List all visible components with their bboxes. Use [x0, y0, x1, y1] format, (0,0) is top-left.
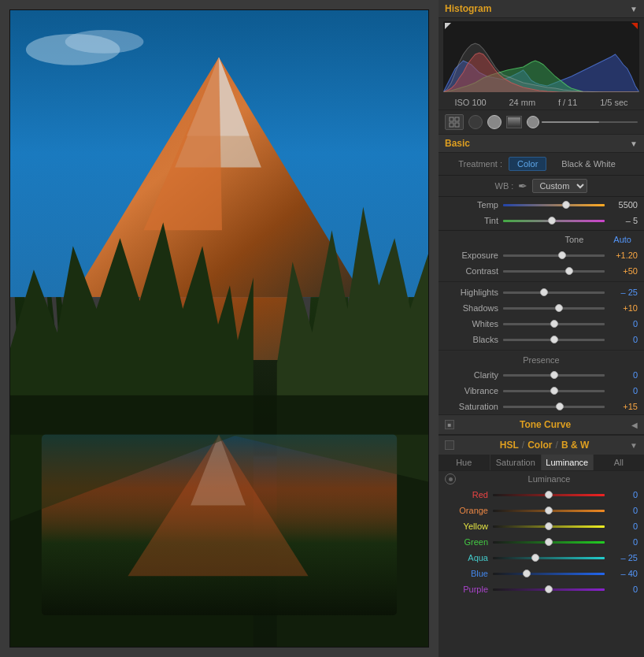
basic-section: Treatment : Color Black & White WB : ✒ C…	[439, 153, 644, 414]
hsl-header[interactable]: HSL / Color / B & W ▼	[439, 435, 644, 455]
luminance-tab[interactable]: Luminance	[542, 455, 594, 470]
color-treatment-button[interactable]: Color	[509, 157, 546, 171]
aqua-track-area[interactable]	[493, 552, 605, 563]
contrast-slider-row: Contrast +50	[439, 263, 644, 279]
all-tab[interactable]: All	[594, 455, 645, 470]
basic-title: Basic	[445, 138, 470, 149]
orange-slider-row: Orange 0	[439, 503, 644, 518]
shadows-track-area[interactable]	[503, 303, 605, 314]
saturation-track-area[interactable]	[503, 401, 605, 412]
exposure-track-area[interactable]	[503, 250, 605, 261]
svg-rect-15	[450, 117, 453, 121]
basic-collapse-arrow: ▼	[630, 139, 638, 148]
highlights-track-area[interactable]	[503, 287, 605, 298]
treatment-label: Treatment :	[458, 159, 502, 169]
vibrance-track-area[interactable]	[503, 385, 605, 396]
red-track-area[interactable]	[493, 489, 605, 500]
purple-thumb[interactable]	[545, 585, 553, 593]
hsl-label[interactable]: HSL	[500, 440, 519, 451]
highlights-track	[503, 291, 605, 294]
histogram-header[interactable]: Histogram ▼	[439, 0, 644, 18]
wb-select[interactable]: Custom As Shot Auto Daylight Cloudy Shad…	[532, 179, 587, 193]
temp-track	[503, 204, 605, 206]
green-label: Green	[445, 537, 488, 547]
target-icon[interactable]	[445, 473, 456, 484]
yellow-thumb[interactable]	[545, 522, 553, 530]
temp-thumb[interactable]	[562, 201, 570, 209]
luminance-section-row: Luminance	[439, 471, 644, 487]
vibrance-track	[503, 390, 605, 392]
bw-label[interactable]: B & W	[561, 440, 589, 451]
clipping-red-indicator[interactable]	[631, 23, 638, 29]
clipping-white-indicator[interactable]	[445, 23, 451, 29]
gradient-tool-button[interactable]	[506, 116, 522, 128]
tint-track-area[interactable]	[503, 215, 605, 226]
contrast-track	[503, 270, 605, 273]
camera-info-row: ISO 100 24 mm f / 11 1/5 sec	[439, 95, 644, 110]
tone-curve-arrow: ◀	[631, 421, 638, 429]
blacks-track-area[interactable]	[503, 334, 605, 345]
contrast-value: +50	[608, 266, 638, 276]
contrast-track-area[interactable]	[503, 265, 605, 277]
clarity-value: 0	[608, 370, 638, 380]
histogram-title: Histogram	[445, 3, 491, 14]
orange-thumb[interactable]	[545, 507, 553, 514]
tint-value: – 5	[608, 216, 638, 225]
orange-track-area[interactable]	[493, 505, 605, 516]
svg-rect-19	[508, 117, 520, 127]
highlights-thumb[interactable]	[540, 288, 548, 296]
histogram-collapse-arrow: ▼	[630, 5, 638, 13]
purple-track-area[interactable]	[493, 584, 605, 595]
highlights-label: Highlights	[445, 288, 498, 297]
saturation-tab[interactable]: Saturation	[490, 455, 542, 470]
grid-tool-button[interactable]	[445, 114, 464, 130]
auto-button[interactable]: Auto	[607, 234, 638, 245]
blacks-label: Blacks	[445, 335, 498, 344]
wb-row: WB : ✒ Custom As Shot Auto Daylight Clou…	[439, 176, 644, 197]
exposure-label: Exposure	[445, 251, 498, 260]
aqua-thumb[interactable]	[531, 554, 539, 562]
heal-tool-button[interactable]	[487, 115, 502, 129]
contrast-thumb[interactable]	[565, 267, 573, 275]
saturation-thumb[interactable]	[556, 403, 564, 410]
bw-treatment-button[interactable]: Black & White	[553, 157, 624, 171]
shadows-value: +10	[608, 303, 638, 313]
green-thumb[interactable]	[545, 538, 553, 546]
red-thumb[interactable]	[545, 491, 553, 499]
toolbar-row	[439, 110, 644, 135]
blacks-slider-row: Blacks 0	[439, 332, 644, 347]
yellow-track-area[interactable]	[493, 521, 605, 532]
treatment-row: Treatment : Color Black & White	[439, 153, 644, 176]
green-slider-row: Green 0	[439, 534, 644, 550]
basic-section-header[interactable]: Basic ▼	[439, 135, 644, 153]
hsl-sub-tabs: Hue Saturation Luminance All	[439, 455, 644, 471]
blue-thumb[interactable]	[523, 570, 531, 577]
iso-value: ISO 100	[454, 98, 486, 107]
whites-thumb[interactable]	[550, 320, 558, 328]
blacks-value: 0	[608, 335, 638, 344]
temp-track-area[interactable]	[503, 199, 605, 210]
vibrance-thumb[interactable]	[550, 387, 558, 395]
blue-track-area[interactable]	[493, 568, 605, 579]
eyedropper-icon[interactable]: ✒	[518, 180, 527, 192]
color-label[interactable]: Color	[527, 440, 552, 451]
shadows-thumb[interactable]	[555, 304, 563, 312]
svg-rect-17	[450, 123, 453, 127]
clarity-thumb[interactable]	[550, 371, 558, 379]
exposure-thumb[interactable]	[558, 251, 566, 259]
whites-track-area[interactable]	[503, 318, 605, 329]
tint-thumb[interactable]	[548, 217, 556, 225]
slider-mini-area	[527, 116, 638, 128]
hue-tab[interactable]: Hue	[439, 455, 490, 470]
green-track-area[interactable]	[493, 536, 605, 548]
wb-label: WB :	[495, 181, 514, 191]
sep2: /	[556, 440, 558, 451]
tone-curve-header[interactable]: ■ Tone Curve ◀	[439, 415, 644, 434]
crop-tool-button[interactable]	[468, 115, 483, 129]
presence-header: Presence	[439, 353, 644, 367]
red-slider-row: Red 0	[439, 487, 644, 503]
clarity-track-area[interactable]	[503, 369, 605, 380]
blacks-thumb[interactable]	[550, 336, 558, 343]
aqua-track	[493, 557, 605, 559]
yellow-label: Yellow	[445, 522, 488, 531]
